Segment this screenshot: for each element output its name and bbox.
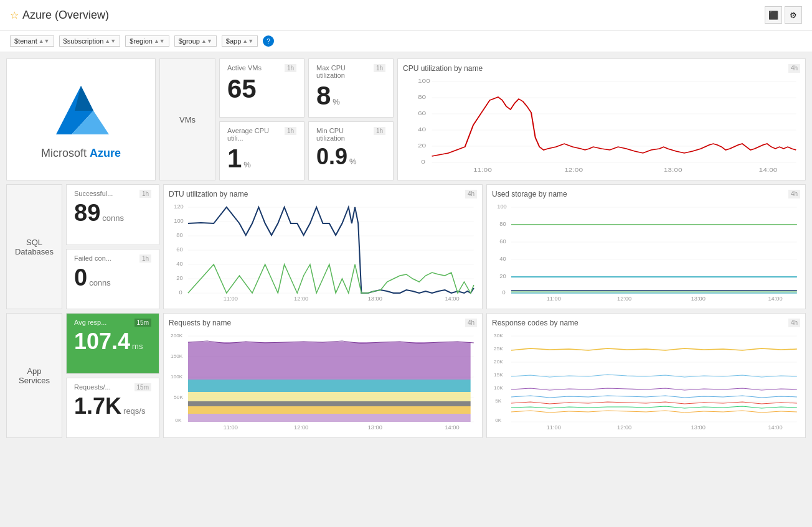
row-3: App Services Avg resp... 15m 107.4 ms Re… bbox=[6, 313, 806, 438]
max-cpu-unit: % bbox=[333, 98, 340, 106]
svg-text:15K: 15K bbox=[494, 372, 503, 378]
failed-conns-value-row: 0 conns bbox=[74, 265, 151, 291]
svg-text:20K: 20K bbox=[494, 359, 503, 365]
filter-region[interactable]: $region ▲▼ bbox=[125, 35, 169, 47]
help-button[interactable]: ? bbox=[263, 35, 274, 47]
storage-chart-badge: 4h bbox=[788, 190, 800, 198]
svg-rect-70 bbox=[188, 380, 471, 392]
min-cpu-card: Min CPU utilization 1h 0.9 % bbox=[308, 121, 394, 180]
filter-app[interactable]: $app ▲▼ bbox=[222, 35, 258, 47]
svg-text:0: 0 bbox=[179, 289, 182, 296]
svg-text:14:00: 14:00 bbox=[768, 424, 782, 431]
svg-text:200K: 200K bbox=[171, 333, 183, 338]
svg-text:80: 80 bbox=[418, 93, 426, 100]
filter-group-label: $group bbox=[179, 37, 200, 45]
row-2: SQL Databases Successful... 1h 89 conns … bbox=[6, 184, 806, 309]
svg-rect-74 bbox=[188, 414, 471, 422]
response-codes-chart-badge: 4h bbox=[788, 319, 800, 327]
avg-cpu-value-row: 1 % bbox=[227, 144, 296, 173]
active-vms-value-row: 65 bbox=[227, 75, 296, 103]
svg-text:11:00: 11:00 bbox=[547, 424, 561, 431]
filter-app-arrows: ▲▼ bbox=[242, 38, 253, 44]
svg-text:13:00: 13:00 bbox=[691, 424, 706, 431]
failed-conns-value: 0 bbox=[74, 265, 87, 291]
filter-subscription[interactable]: $subscription ▲▼ bbox=[59, 35, 121, 47]
svg-text:20: 20 bbox=[418, 142, 426, 148]
max-cpu-value-row: 8 % bbox=[316, 82, 385, 110]
successful-conns-card: Successful... 1h 89 conns bbox=[66, 184, 159, 245]
svg-text:25K: 25K bbox=[494, 346, 503, 352]
svg-text:11:00: 11:00 bbox=[224, 296, 238, 302]
svg-text:10K: 10K bbox=[494, 385, 503, 391]
azure-logo-text: Microsoft Azure bbox=[41, 147, 121, 160]
header-title-area: ☆ Azure (Overview) bbox=[10, 9, 109, 22]
star-icon[interactable]: ☆ bbox=[10, 9, 19, 21]
svg-text:40: 40 bbox=[499, 256, 506, 262]
svg-text:150K: 150K bbox=[171, 353, 183, 359]
failed-conns-unit: conns bbox=[89, 279, 111, 287]
dtu-chart-badge: 4h bbox=[465, 190, 477, 198]
monitor-button[interactable]: ⬛ bbox=[765, 6, 782, 24]
storage-chart-panel: Used storage by name 4h 100 80 60 40 20 … bbox=[486, 184, 806, 309]
active-vms-card: Active VMs 1h 65 bbox=[219, 58, 304, 118]
successful-conns-title-row: Successful... 1h bbox=[74, 190, 151, 198]
dtu-chart-title-row: DTU utilization by name 4h bbox=[169, 190, 477, 198]
microsoft-text: Microsoft bbox=[41, 147, 90, 159]
dashboard: Microsoft Azure VMs Active VMs 1h 65 bbox=[0, 52, 812, 444]
requests-rate-unit: reqs/s bbox=[123, 407, 145, 416]
svg-text:14:00: 14:00 bbox=[768, 296, 782, 302]
svg-text:12:00: 12:00 bbox=[294, 424, 308, 431]
avg-response-unit: ms bbox=[132, 342, 143, 351]
svg-text:30K: 30K bbox=[494, 333, 503, 338]
filter-group-arrows: ▲▼ bbox=[201, 38, 212, 44]
svg-text:13:00: 13:00 bbox=[664, 166, 682, 172]
requests-rate-card: Requests/... 15m 1.7K reqs/s bbox=[66, 378, 159, 439]
avg-response-value: 107.4 bbox=[74, 329, 130, 354]
min-cpu-unit: % bbox=[349, 157, 357, 166]
min-cpu-badge: 1h bbox=[374, 127, 385, 135]
requests-rate-value: 1.7K bbox=[74, 394, 121, 419]
failed-conns-card: Failed con... 1h 0 conns bbox=[66, 249, 159, 310]
min-cpu-title-row: Min CPU utilization 1h bbox=[316, 127, 385, 142]
active-vms-value: 65 bbox=[227, 75, 257, 103]
svg-text:40: 40 bbox=[418, 126, 426, 132]
cpu-chart-title: CPU utilization by name bbox=[403, 64, 483, 73]
max-cpu-title-row: Max CPU utilization 1h bbox=[316, 64, 385, 79]
svg-text:60: 60 bbox=[418, 110, 426, 116]
cpu-chart-badge: 4h bbox=[788, 64, 800, 73]
avg-response-value-row: 107.4 ms bbox=[74, 329, 151, 354]
vms-section-label: VMs bbox=[159, 58, 215, 180]
requests-rate-badge: 15m bbox=[135, 383, 151, 391]
toolbar: $tenant ▲▼ $subscription ▲▼ $region ▲▼ $… bbox=[0, 30, 812, 52]
avg-response-title-row: Avg resp... 15m bbox=[74, 319, 151, 327]
storage-chart-title: Used storage by name bbox=[492, 190, 567, 198]
svg-text:100: 100 bbox=[174, 218, 183, 224]
avg-response-title: Avg resp... bbox=[74, 319, 106, 326]
avg-cpu-unit: % bbox=[243, 161, 251, 169]
settings-button[interactable]: ⚙ bbox=[785, 6, 802, 24]
svg-rect-72 bbox=[188, 401, 471, 406]
svg-text:11:00: 11:00 bbox=[547, 296, 561, 302]
dtu-chart-title: DTU utilization by name bbox=[169, 190, 248, 198]
filter-group[interactable]: $group ▲▼ bbox=[174, 35, 217, 47]
help-label: ? bbox=[267, 38, 270, 45]
svg-text:5K: 5K bbox=[495, 398, 502, 404]
requests-chart-svg: 200K 150K 100K 50K 0K 11: bbox=[169, 330, 477, 432]
filter-region-arrows: ▲▼ bbox=[154, 38, 165, 44]
avg-response-card: Avg resp... 15m 107.4 ms bbox=[66, 313, 159, 374]
filter-subscription-label: $subscription bbox=[64, 37, 104, 45]
svg-text:100: 100 bbox=[418, 77, 430, 83]
filter-tenant[interactable]: $tenant ▲▼ bbox=[10, 35, 54, 47]
svg-text:80: 80 bbox=[176, 232, 182, 238]
svg-text:13:00: 13:00 bbox=[368, 424, 382, 431]
cpu-chart-svg: 100 80 60 40 20 0 11:00 bbox=[403, 75, 800, 175]
requests-chart-badge: 4h bbox=[465, 319, 477, 327]
azure-logo-panel: Microsoft Azure bbox=[6, 58, 156, 180]
svg-text:80: 80 bbox=[499, 221, 506, 227]
svg-text:11:00: 11:00 bbox=[473, 166, 492, 172]
app-metrics: Avg resp... 15m 107.4 ms Requests/... 15… bbox=[66, 313, 159, 438]
svg-text:120: 120 bbox=[174, 203, 183, 210]
svg-rect-69 bbox=[188, 342, 471, 380]
svg-text:12:00: 12:00 bbox=[294, 296, 308, 302]
successful-conns-badge: 1h bbox=[139, 190, 151, 198]
